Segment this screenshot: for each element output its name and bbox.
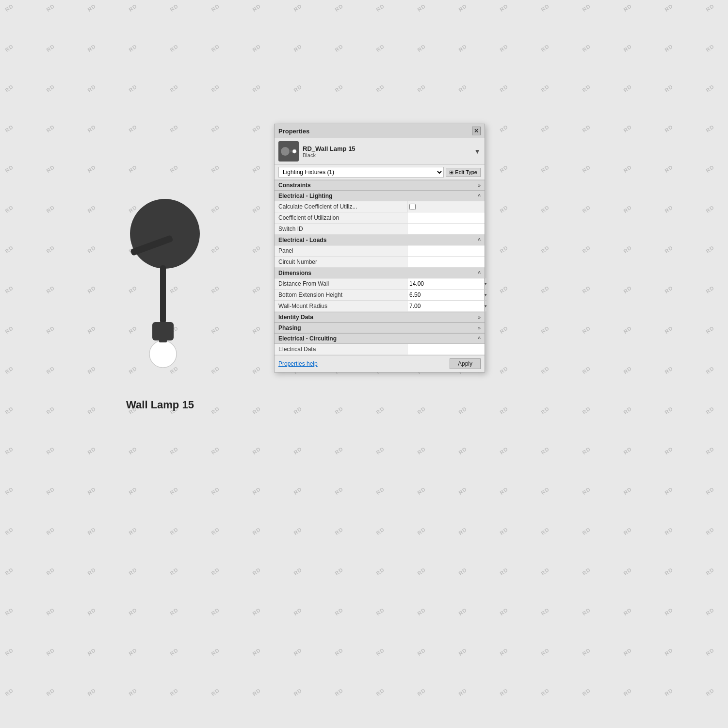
- section-phasing[interactable]: Phasing »: [275, 323, 485, 333]
- electrical-loads-collapse-icon: ^: [478, 238, 481, 243]
- distance-from-wall-input[interactable]: [407, 278, 484, 289]
- electrical-lighting-collapse-icon: ^: [478, 194, 481, 199]
- prop-coeff-utilization-label: Coefficient of Utilization: [275, 213, 407, 222]
- prop-panel: Panel: [275, 245, 485, 257]
- distance-from-wall-btn[interactable]: ▾: [484, 278, 487, 289]
- prop-coeff-utilization-value[interactable]: [407, 212, 485, 223]
- constraints-collapse-icon: »: [478, 183, 481, 188]
- phasing-label: Phasing: [278, 324, 301, 331]
- edit-type-icon: ⊞: [449, 169, 453, 176]
- identity-data-collapse-icon: »: [478, 315, 481, 320]
- svg-point-6: [281, 147, 290, 156]
- section-dimensions[interactable]: Dimensions ^: [275, 268, 485, 278]
- prop-wall-mount-radius-label: Wall-Mount Radius: [275, 302, 407, 310]
- electrical-lighting-label: Electrical - Lighting: [278, 193, 332, 199]
- prop-circuit-number-value[interactable]: [407, 257, 485, 267]
- wall-mount-radius-input[interactable]: [407, 301, 484, 311]
- properties-help-link[interactable]: Properties help: [278, 360, 318, 367]
- fixture-sub: Black: [303, 152, 470, 158]
- panel-input[interactable]: [409, 247, 483, 254]
- panel-titlebar: Properties ✕: [275, 124, 485, 138]
- prop-distance-from-wall-label: Distance From Wall: [275, 279, 407, 288]
- prop-switch-id: Switch ID: [275, 224, 485, 235]
- circuit-number-input[interactable]: [409, 259, 483, 265]
- phasing-collapse-icon: »: [478, 325, 481, 331]
- prop-calculate-coeff-label: Calculate Coefficient of Utiliz...: [275, 202, 407, 211]
- fixture-dropdown-arrow: ▼: [474, 147, 481, 155]
- fixture-thumbnail: [280, 143, 297, 160]
- prop-circuit-number-label: Circuit Number: [275, 258, 407, 266]
- constraints-label: Constraints: [278, 182, 311, 189]
- svg-point-0: [130, 199, 200, 269]
- apply-button[interactable]: Apply: [450, 358, 481, 369]
- electrical-data-input[interactable]: [409, 346, 483, 353]
- wall-mount-radius-btn[interactable]: ▾: [484, 301, 487, 311]
- close-button[interactable]: ✕: [472, 127, 481, 135]
- prop-bottom-extension-height-value: ▾: [407, 290, 485, 300]
- prop-calculate-coeff: Calculate Coefficient of Utiliz...: [275, 201, 485, 212]
- dimensions-collapse-icon: ^: [478, 271, 481, 276]
- fixture-type-dropdown[interactable]: Lighting Fixtures (1): [278, 167, 444, 178]
- prop-circuit-number: Circuit Number: [275, 257, 485, 268]
- section-electrical-lighting[interactable]: Electrical - Lighting ^: [275, 191, 485, 201]
- prop-bottom-extension-height: Bottom Extension Height ▾: [275, 290, 485, 301]
- svg-rect-5: [159, 336, 167, 342]
- section-electrical-loads[interactable]: Electrical - Loads ^: [275, 235, 485, 245]
- section-electrical-circuiting[interactable]: Electrical - Circuiting ^: [275, 333, 485, 344]
- prop-distance-from-wall: Distance From Wall ▾: [275, 278, 485, 290]
- svg-point-8: [292, 149, 296, 153]
- fixture-icon: [278, 141, 299, 162]
- fixture-header: RD_Wall Lamp 15 Black ▼: [275, 138, 485, 165]
- prop-distance-from-wall-value: ▾: [407, 278, 485, 289]
- electrical-circuiting-collapse-icon: ^: [478, 336, 481, 341]
- properties-panel: Properties ✕ RD_Wall Lamp 15 Black ▼ Lig…: [274, 124, 485, 372]
- svg-rect-2: [160, 265, 166, 324]
- prop-switch-id-value[interactable]: [407, 224, 485, 234]
- calculate-coeff-checkbox[interactable]: [409, 204, 416, 210]
- prop-electrical-data-label: Electrical Data: [275, 345, 407, 354]
- switch-id-input[interactable]: [409, 226, 483, 232]
- panel-title: Properties: [278, 128, 309, 135]
- section-identity-data[interactable]: Identity Data »: [275, 312, 485, 323]
- prop-bottom-extension-height-label: Bottom Extension Height: [275, 291, 407, 299]
- identity-data-label: Identity Data: [278, 314, 313, 321]
- section-constraints[interactable]: Constraints »: [275, 180, 485, 191]
- electrical-loads-label: Electrical - Loads: [278, 237, 326, 243]
- lamp-label: Wall Lamp 15: [126, 399, 194, 411]
- prop-wall-mount-radius-value: ▾: [407, 301, 485, 311]
- edit-type-button[interactable]: ⊞ Edit Type: [446, 168, 481, 177]
- prop-wall-mount-radius: Wall-Mount Radius ▾: [275, 301, 485, 312]
- bottom-extension-height-btn[interactable]: ▾: [484, 290, 487, 300]
- prop-calculate-coeff-value[interactable]: [407, 201, 485, 212]
- coeff-utilization-input[interactable]: [409, 214, 483, 221]
- prop-electrical-data-value[interactable]: [407, 344, 485, 355]
- prop-coeff-utilization: Coefficient of Utilization: [275, 212, 485, 224]
- fixture-name-block: RD_Wall Lamp 15 Black: [303, 145, 470, 158]
- prop-electrical-data: Electrical Data: [275, 344, 485, 355]
- prop-panel-label: Panel: [275, 246, 407, 255]
- lamp-area: Wall Lamp 15: [58, 155, 262, 437]
- svg-point-4: [149, 340, 177, 368]
- electrical-circuiting-label: Electrical - Circuiting: [278, 335, 337, 342]
- prop-switch-id-label: Switch ID: [275, 225, 407, 233]
- bottom-extension-height-input[interactable]: [407, 290, 484, 300]
- prop-panel-value[interactable]: [407, 245, 485, 256]
- dropdown-row: Lighting Fixtures (1) ⊞ Edit Type: [275, 165, 485, 180]
- panel-footer: Properties help Apply: [275, 355, 485, 372]
- lamp-illustration: [78, 180, 243, 384]
- fixture-name: RD_Wall Lamp 15: [303, 145, 470, 152]
- dimensions-label: Dimensions: [278, 270, 311, 276]
